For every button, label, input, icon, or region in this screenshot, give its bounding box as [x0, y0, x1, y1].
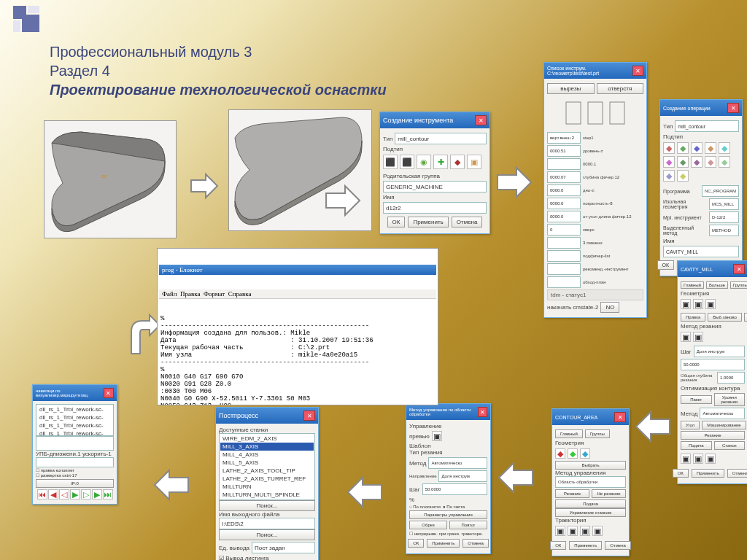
step-field[interactable]: Доля инструм: [694, 346, 745, 357]
method2-field[interactable]: Автоматическо: [700, 408, 745, 419]
op-icon[interactable]: ◆: [719, 156, 730, 168]
close-icon[interactable]: ✕: [632, 66, 643, 76]
geom-icon[interactable]: ◆: [568, 448, 578, 459]
tool-icon[interactable]: ▣: [467, 155, 481, 169]
op-icon[interactable]: ◆: [663, 170, 675, 182]
feed-button[interactable]: Подача: [555, 499, 626, 508]
op-icon[interactable]: ◆: [663, 156, 675, 168]
step-pct[interactable]: 50.0000: [681, 359, 745, 370]
rewind-icon[interactable]: ⏮: [37, 489, 47, 499]
tool-icon[interactable]: ⬛: [400, 155, 414, 169]
traj-icon[interactable]: ▣: [568, 526, 578, 536]
drive-field[interactable]: Область обработки: [555, 476, 626, 488]
listing-checkbox[interactable]: ☑: [219, 555, 224, 560]
apply-button[interactable]: Применить: [569, 541, 602, 550]
opt2-checkbox[interactable]: ☐: [36, 473, 39, 478]
slider2[interactable]: [36, 457, 114, 467]
cancel-button[interactable]: Отмена: [462, 539, 489, 548]
ok-button[interactable]: ОК: [673, 469, 689, 478]
back-icon[interactable]: ◀: [48, 489, 58, 499]
step-fwd-icon[interactable]: ▷: [81, 489, 91, 499]
plane-button[interactable]: Пакет: [681, 395, 712, 404]
end-icon[interactable]: ⏭: [103, 489, 113, 499]
slider-area[interactable]: [36, 436, 114, 451]
op-icon[interactable]: ◆: [691, 156, 703, 168]
traj-icon[interactable]: ▣: [555, 526, 565, 536]
corner-button[interactable]: Угол: [681, 421, 700, 429]
ok-button[interactable]: ОК: [387, 217, 406, 228]
area-method-field[interactable]: Автоматическо: [428, 457, 487, 469]
tab-groups[interactable]: Группы: [730, 281, 747, 289]
noncut-button[interactable]: Не резание: [592, 489, 626, 498]
params-button[interactable]: Параметры управления: [409, 510, 487, 519]
tool-icon[interactable]: ✚: [433, 155, 448, 169]
fwd-icon[interactable]: ▶: [92, 489, 102, 499]
step-back-icon[interactable]: ◁: [59, 489, 69, 499]
close-icon[interactable]: ✕: [727, 103, 739, 113]
geom-field[interactable]: MCS_MILL: [709, 198, 739, 210]
depth-field[interactable]: 1.0000: [717, 372, 745, 384]
close-icon[interactable]: ✕: [475, 115, 487, 125]
machine-button[interactable]: Станок: [714, 441, 746, 450]
ok-button[interactable]: ОК: [657, 260, 675, 270]
geom-icon[interactable]: ◆: [555, 448, 565, 459]
edit-button[interactable]: Правка: [681, 313, 705, 322]
close-icon[interactable]: ✕: [104, 388, 114, 398]
units-field[interactable]: Пост задан: [252, 542, 315, 553]
tool-icon[interactable]: ◉: [417, 155, 431, 169]
geom-icon[interactable]: ▣: [693, 299, 703, 309]
ok-button[interactable]: ОК: [550, 541, 566, 550]
area-step-field[interactable]: 50.0000: [422, 483, 487, 495]
method-icon[interactable]: ▣: [693, 332, 703, 342]
close-icon[interactable]: ✕: [303, 411, 315, 421]
select-button[interactable]: Выбрать: [555, 461, 626, 470]
op-icon[interactable]: ◆: [691, 142, 703, 154]
parent-group-field[interactable]: GENERIC_MACHINE: [383, 181, 487, 192]
traj-icon[interactable]: ▣: [580, 526, 590, 536]
apply-button[interactable]: Применить: [427, 539, 460, 548]
cut-button[interactable]: Резание: [681, 431, 745, 440]
op-icon[interactable]: ◆: [705, 156, 716, 168]
feed-button[interactable]: Подача: [681, 441, 712, 450]
op-icon[interactable]: ◆: [677, 170, 689, 182]
cut-button[interactable]: Резание: [555, 489, 589, 498]
tool-field[interactable]: D-12r2: [709, 211, 739, 223]
play-icon[interactable]: ▶: [70, 489, 80, 499]
show-button[interactable]: Показать: [744, 313, 747, 322]
op-icon[interactable]: ◆: [705, 142, 716, 154]
reselect-button[interactable]: Выб.заново: [708, 313, 742, 322]
preview-icon[interactable]: ▣: [432, 431, 442, 441]
apply-button[interactable]: Применить: [692, 469, 724, 478]
browse2-button[interactable]: Поиск...: [219, 529, 315, 540]
op-icon[interactable]: ◆: [663, 142, 675, 154]
type-field[interactable]: mill_contour: [675, 120, 739, 132]
close-icon[interactable]: ✕: [733, 264, 745, 274]
traj-icon[interactable]: ▣: [592, 526, 603, 536]
geom-icon[interactable]: ◆: [580, 448, 590, 459]
output-file-field[interactable]: I:\EDS\2: [219, 518, 315, 529]
direction-field[interactable]: Доля инструм: [438, 470, 487, 482]
no-button[interactable]: NO: [600, 302, 619, 313]
ip-button[interactable]: IP:0: [36, 479, 114, 488]
tool-icon[interactable]: ◆: [450, 155, 465, 169]
geom-icon[interactable]: ▣: [681, 299, 691, 309]
tab-main[interactable]: Главный: [555, 429, 583, 438]
tab-groups[interactable]: Группы: [585, 429, 610, 438]
path-list[interactable]: dll_rs_1_Trbl_rework-sc-dll_rs_1_Trbl_re…: [36, 404, 114, 436]
op-icon[interactable]: ◆: [719, 142, 730, 154]
tab-holes[interactable]: отверстя: [597, 83, 644, 94]
type-field[interactable]: mill_contour: [395, 133, 487, 144]
cancel-button[interactable]: Отмена: [605, 541, 631, 550]
notepad-menu[interactable]: Файл Правка Формат Справка: [159, 289, 436, 299]
name-field[interactable]: d12r2: [383, 202, 487, 214]
trim-button[interactable]: Обрез: [409, 521, 447, 529]
method-icon[interactable]: ▣: [681, 332, 691, 342]
ok-button[interactable]: ОК: [408, 539, 424, 548]
op-icon[interactable]: ◆: [677, 142, 689, 154]
geom-icon[interactable]: ▣: [705, 299, 716, 309]
close-icon[interactable]: ✕: [614, 412, 626, 422]
machine-ctrl-button[interactable]: Управление станком: [555, 508, 626, 517]
tab-main[interactable]: Главный: [681, 281, 704, 289]
cancel-button[interactable]: Отмена: [452, 217, 483, 228]
repeat-button[interactable]: Повтог: [449, 521, 487, 529]
